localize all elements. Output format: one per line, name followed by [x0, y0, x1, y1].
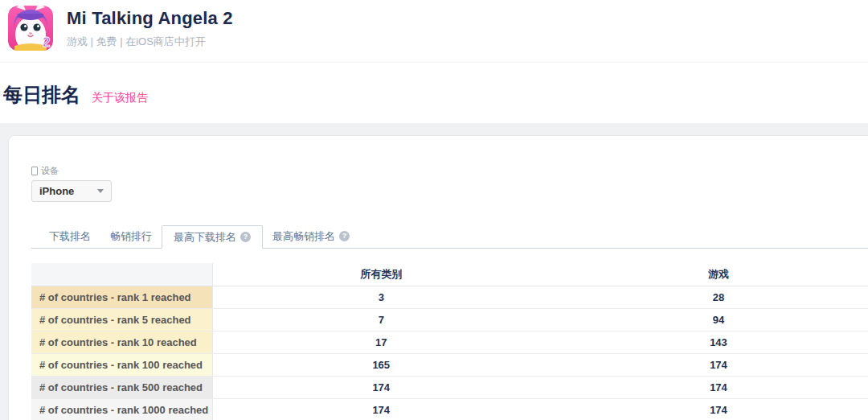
value-games: 174 [550, 398, 868, 420]
app-header-text: Mi Talking Angela 2 游戏 | 免费 | 在iOS商店中打开 [67, 6, 233, 49]
column-header-games: 游戏 [550, 263, 868, 286]
row-label: # of countries - rank 1 reached [31, 286, 212, 308]
table-row: # of countries - rank 5 reached 7 94 [31, 308, 868, 331]
row-label: # of countries - rank 5 reached [31, 308, 212, 331]
row-label: # of countries - rank 100 reached [31, 353, 212, 376]
column-header-all-categories: 所有类别 [212, 263, 550, 286]
value-all-categories: 7 [212, 308, 550, 331]
table-row: # of countries - rank 1000 reached 174 1… [31, 398, 868, 420]
value-games: 174 [550, 376, 868, 398]
rank-reached-table: 所有类别 游戏 # of countries - rank 1 reached … [31, 263, 868, 420]
device-select[interactable]: iPhone [31, 180, 112, 202]
tab-download-rank[interactable]: 下载排名 [39, 224, 100, 248]
row-label: # of countries - rank 500 reached [31, 376, 212, 398]
device-filter-label: 设备 [31, 165, 868, 177]
value-all-categories: 174 [212, 376, 550, 398]
value-games: 28 [550, 286, 868, 308]
value-games: 143 [550, 331, 868, 353]
section-header: 每日排名 关于该报告 [0, 63, 868, 108]
app-icon: 2 [8, 6, 53, 51]
device-select-value: iPhone [39, 185, 74, 197]
tab-top-download-rank[interactable]: 最高下载排名 ? [162, 225, 263, 249]
rank-tabs: 下载排名 畅销排行 最高下载排名 ? 最高畅销排名 ? [31, 224, 868, 249]
table-row: # of countries - rank 1 reached 3 28 [31, 286, 868, 308]
about-report-link[interactable]: 关于该报告 [92, 91, 148, 105]
corner-header-cell [31, 263, 212, 286]
help-icon[interactable]: ? [339, 231, 350, 241]
svg-text:2: 2 [43, 35, 50, 50]
app-title: Mi Talking Angela 2 [67, 8, 233, 29]
table-row: # of countries - rank 100 reached 165 17… [31, 353, 868, 376]
help-icon[interactable]: ? [240, 232, 251, 242]
value-all-categories: 17 [212, 331, 550, 353]
table-row: # of countries - rank 10 reached 17 143 [31, 331, 868, 353]
daily-rank-card: 设备 iPhone 下载排名 畅销排行 最高下载排名 ? 最高畅销排名 ? [8, 135, 868, 420]
value-all-categories: 3 [212, 286, 550, 308]
value-games: 174 [550, 353, 868, 376]
tab-top-grossing-rank[interactable]: 最高畅销排名 ? [263, 224, 359, 248]
value-all-categories: 174 [212, 398, 550, 420]
table-header-row: 所有类别 游戏 [31, 263, 868, 286]
app-header: 2 Mi Talking Angela 2 游戏 | 免费 | 在iOS商店中打… [0, 0, 868, 63]
tab-grossing-rank[interactable]: 畅销排行 [100, 224, 162, 248]
chevron-down-icon [97, 189, 104, 193]
page-title: 每日排名 [3, 82, 80, 108]
row-label: # of countries - rank 1000 reached [31, 398, 212, 420]
device-icon [31, 167, 38, 175]
value-all-categories: 165 [212, 353, 550, 376]
device-filter: 设备 iPhone [31, 165, 868, 202]
value-games: 94 [550, 308, 868, 331]
row-label: # of countries - rank 10 reached [31, 331, 212, 353]
app-subtitle[interactable]: 游戏 | 免费 | 在iOS商店中打开 [67, 35, 233, 49]
content-background: 设备 iPhone 下载排名 畅销排行 最高下载排名 ? 最高畅销排名 ? [0, 123, 868, 420]
table-row: # of countries - rank 500 reached 174 17… [31, 376, 868, 398]
